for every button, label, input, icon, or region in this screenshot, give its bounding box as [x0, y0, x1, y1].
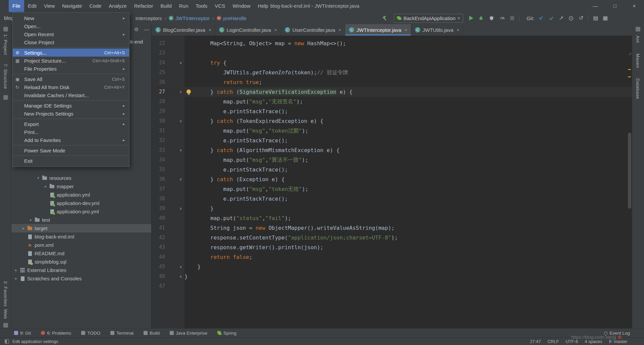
fold-down-icon[interactable]: ∨ — [165, 87, 184, 97]
code-line-47[interactable]: 47 — [152, 281, 632, 291]
stripe-button-icon[interactable] — [636, 27, 640, 31]
menu-item-exit[interactable]: Exit — [13, 157, 129, 165]
line-number[interactable]: 23 — [152, 48, 165, 58]
line-number[interactable]: 40 — [152, 213, 165, 223]
menu-run[interactable]: Run — [175, 0, 192, 12]
code-line-44[interactable]: 44 return false; — [152, 252, 632, 262]
tool-java-enterprise[interactable]: Java Enterprise — [170, 331, 207, 336]
profiler-gauge-icon[interactable] — [499, 15, 505, 21]
chevron-right-icon[interactable]: ▸ — [20, 226, 26, 230]
code-line-38[interactable]: 38 e.printStackTrace(); — [152, 194, 632, 204]
line-number[interactable]: 41 — [152, 223, 165, 233]
tool-strip-maven[interactable]: Maven — [635, 54, 640, 68]
intention-bulb-icon[interactable] — [186, 89, 191, 94]
run-button[interactable] — [469, 16, 473, 20]
code-line-46[interactable]: 46∧} — [152, 272, 632, 281]
code-line-45[interactable]: 45∧ } — [152, 262, 632, 272]
tool-terminal[interactable]: Terminal — [110, 331, 133, 336]
breadcrumb-jwtinterceptor[interactable]: CJWTInterceptor — [169, 15, 210, 21]
fold-up-icon[interactable]: ∧ — [165, 204, 184, 213]
tab-logincontroller-java[interactable]: CLoginController.java× — [215, 24, 281, 36]
code-line-27[interactable]: 27∨ } catch (SignatureVerificationExcept… — [152, 87, 632, 97]
menu-vcs[interactable]: VCS — [211, 0, 229, 12]
menu-item-save-all[interactable]: ▣Save AllCtrl+S — [13, 75, 129, 83]
commit-toolwindow-icon[interactable] — [3, 95, 8, 100]
fold-down-icon[interactable]: ∨ — [165, 145, 184, 155]
tool-6-problems[interactable]: 6: Problems — [41, 331, 71, 336]
tree-item-external-libraries[interactable]: ▸External Libraries — [11, 266, 151, 274]
tree-item-pom-xml[interactable]: mpom.xml — [11, 241, 151, 249]
tool-spring[interactable]: Spring — [217, 331, 236, 336]
menu-item-file-properties[interactable]: File Properties▸ — [13, 65, 129, 73]
menu-item-settings[interactable]: ⚙Settings...Ctrl+Alt+S — [13, 49, 129, 57]
chevron-down-icon[interactable]: ▾ — [35, 176, 41, 180]
menu-item-open[interactable]: Open... — [13, 22, 129, 30]
menu-analyze[interactable]: Analyze — [105, 0, 130, 12]
code-line-42[interactable]: 42 response.setContentType("application/… — [152, 233, 632, 243]
menu-item-new[interactable]: New▸ — [13, 14, 129, 22]
tree-item-simpleblog-sql[interactable]: simpleblog.sql — [11, 258, 151, 266]
tab-close-icon[interactable]: × — [338, 27, 341, 32]
tree-item-target[interactable]: ▸target — [11, 224, 151, 232]
breadcrumb-interceptors[interactable]: interceptors — [136, 15, 162, 21]
menu-item-power-save-mode[interactable]: Power Save Mode — [13, 146, 129, 154]
tree-item-application-yml[interactable]: application.yml — [11, 191, 151, 199]
line-number[interactable]: 27 — [152, 87, 165, 97]
tool-todo[interactable]: TODO — [81, 331, 100, 336]
tab-close-icon[interactable]: × — [457, 27, 460, 32]
tool-strip-database[interactable]: Database — [635, 78, 640, 99]
tree-item-application-pro-yml[interactable]: application-pro.yml — [11, 207, 151, 216]
line-number[interactable]: 35 — [152, 165, 165, 175]
line-number[interactable]: 39 — [152, 204, 165, 213]
tool-strip-web[interactable]: Web — [3, 309, 8, 319]
project-toolwindow-icon[interactable] — [3, 27, 8, 31]
tool-strip-favorites[interactable]: 2: Favorites — [3, 281, 8, 307]
chevron-right-icon[interactable]: ▸ — [13, 276, 19, 281]
code-line-23[interactable]: 23 — [152, 48, 632, 58]
line-number[interactable]: 36 — [152, 175, 165, 184]
menu-window[interactable]: Window — [229, 0, 254, 12]
code-line-37[interactable]: 37 map.put("msg","token无效"); — [152, 184, 632, 194]
menu-item-project-structure[interactable]: ▦Project Structure...Ctrl+Alt+Shift+S — [13, 57, 129, 65]
tab-usercontroller-java[interactable]: CUserController.java× — [281, 24, 345, 36]
code-line-32[interactable]: 32 e.printStackTrace(); — [152, 136, 632, 145]
line-number[interactable]: 32 — [152, 136, 165, 145]
code-line-24[interactable]: 24∨ try { — [152, 58, 632, 68]
code-line-33[interactable]: 33∨ } catch (AlgorithmMismatchException … — [152, 145, 632, 155]
menu-file[interactable]: File — [9, 0, 24, 12]
update-project-icon[interactable]: ↙ — [539, 15, 543, 21]
menu-item-open-recent[interactable]: Open Recent▸ — [13, 30, 129, 38]
gear-icon[interactable]: ⚙ — [134, 26, 139, 32]
menu-edit[interactable]: Edit — [24, 0, 40, 12]
push-icon[interactable]: ↗ — [559, 15, 563, 21]
breadcrumb-prehandle[interactable]: mpreHandle — [217, 15, 247, 21]
code-line-43[interactable]: 43 response.getWriter().println(json); — [152, 243, 632, 252]
coverage-shield-icon[interactable] — [489, 15, 495, 21]
code-line-39[interactable]: 39∧ } — [152, 204, 632, 213]
code-line-31[interactable]: 31 map.put("msg","token过期"); — [152, 126, 632, 136]
commit-check-icon[interactable] — [548, 15, 554, 21]
line-number[interactable]: 38 — [152, 194, 165, 204]
line-number[interactable]: 26 — [152, 77, 165, 87]
tool-9-git[interactable]: 9: Git — [14, 331, 31, 336]
menu-build[interactable]: Build — [157, 0, 175, 12]
menu-tools[interactable]: Tools — [192, 0, 211, 12]
tool-build[interactable]: Build — [144, 331, 160, 336]
fold-down-icon[interactable]: ∨ — [165, 175, 184, 184]
line-number[interactable]: 43 — [152, 243, 165, 252]
tool-strip-structure[interactable]: 7: Structure — [3, 64, 8, 89]
tree-item-blog-back-end-iml[interactable]: blog-back-end.iml — [11, 232, 151, 241]
menu-item-invalidate-caches-restart[interactable]: Invalidate Caches / Restart... — [13, 91, 129, 99]
scrollbar-thumb[interactable] — [628, 133, 631, 209]
tree-item-readme-md[interactable]: README.md — [11, 249, 151, 258]
window-minimize-button[interactable]: — — [586, 0, 605, 12]
menu-view[interactable]: View — [40, 0, 58, 12]
menu-item-close-project[interactable]: Close Project — [13, 38, 129, 46]
chevron-right-icon[interactable]: ▸ — [28, 218, 34, 222]
grid-panel-icon[interactable]: ▦ — [603, 15, 608, 21]
build-hammer-icon[interactable] — [382, 15, 388, 21]
tab-jwtinterceptor-java[interactable]: CJWTInterceptor.java× — [345, 24, 411, 36]
code-line-28[interactable]: 28 map.put("msg","无效签名"); — [152, 97, 632, 107]
line-number[interactable]: 30 — [152, 116, 165, 126]
tree-item-test[interactable]: ▸test — [11, 216, 151, 224]
